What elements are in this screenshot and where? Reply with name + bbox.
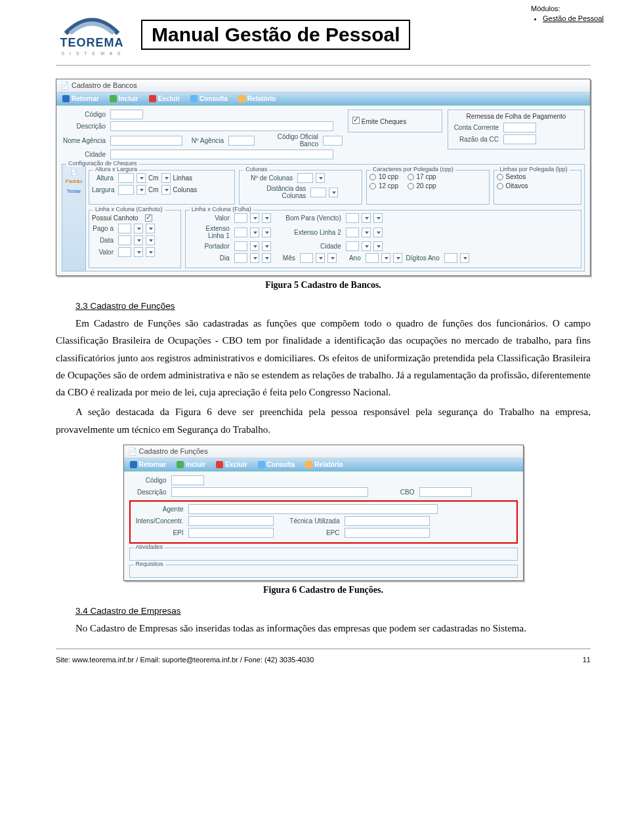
dia-input[interactable] — [234, 253, 247, 263]
conta-corrente-input[interactable] — [503, 123, 536, 132]
canhoto-valor-sel[interactable] — [134, 247, 143, 257]
cidade-label: Cidade — [62, 151, 108, 158]
app1-titlebar: 📄 Cadastro de Bancos — [56, 79, 590, 92]
mes-input[interactable] — [300, 253, 313, 263]
largura-input[interactable] — [118, 185, 134, 195]
largura-colunas-select[interactable] — [161, 185, 171, 195]
folha-cidade-input[interactable] — [346, 241, 359, 251]
dist-colunas-select[interactable] — [329, 188, 338, 197]
cpp10-radio[interactable] — [369, 174, 376, 180]
cpp12-radio[interactable] — [369, 183, 376, 190]
atividades-legend: Atividades — [134, 544, 165, 550]
cbo-input[interactable] — [419, 487, 472, 497]
lpp-oitavos-radio[interactable] — [497, 183, 503, 190]
app1-title: Cadastro de Bancos — [72, 81, 137, 89]
cod-oficial-input[interactable] — [323, 136, 343, 146]
delete-icon — [149, 95, 156, 102]
possui-canhoto-checkbox[interactable] — [145, 214, 152, 222]
ext-l1-input[interactable] — [234, 228, 247, 237]
tab-icon[interactable]: 📄 — [63, 170, 85, 176]
canhoto-pagoa-sel2[interactable] — [146, 224, 155, 233]
descricao-label: Descrição — [129, 489, 169, 496]
app2-titlebar: 📄 Cadastro de Funções — [124, 445, 523, 458]
folha-valor-input[interactable] — [234, 213, 247, 223]
highlighted-section: Agente Intens/Concentr. Técnica Utilizad… — [129, 500, 518, 544]
consulta-button[interactable]: Consulta — [255, 460, 299, 469]
page-footer: Site: www.teorema.inf.br / Email: suport… — [56, 649, 591, 664]
tab-testar[interactable]: Testar — [63, 188, 85, 194]
portador-input[interactable] — [234, 241, 247, 251]
excluir-button[interactable]: Excluir — [146, 94, 183, 103]
canhoto-pagoa-input[interactable] — [118, 224, 131, 233]
relatorio-button[interactable]: Relatório — [302, 460, 346, 469]
epc-input[interactable] — [345, 528, 430, 538]
cidade-input[interactable] — [110, 150, 333, 159]
incluir-button[interactable]: Incluir — [173, 460, 209, 469]
agente-label: Agente — [135, 506, 186, 513]
app1-window: 📄 Cadastro de Bancos Retornar Incluir Ex… — [56, 79, 591, 276]
altura-largura-legend: Altura x Largura — [93, 166, 139, 172]
ano-input[interactable] — [366, 253, 379, 263]
largura-select[interactable] — [136, 185, 146, 195]
incluir-button[interactable]: Incluir — [106, 94, 142, 103]
footer-page-number: 11 — [583, 656, 591, 664]
relatorio-button[interactable]: Relatório — [235, 94, 279, 103]
canhoto-data-input[interactable] — [118, 235, 131, 245]
razao-cc-input[interactable] — [503, 134, 536, 144]
add-icon — [110, 95, 117, 102]
bom-para-input[interactable] — [346, 213, 359, 223]
retornar-button[interactable]: Retornar — [127, 460, 170, 469]
canhoto-data-sel2[interactable] — [146, 235, 155, 245]
portador-label: Portador — [188, 243, 232, 250]
epi-input[interactable] — [188, 528, 274, 538]
mes-label: Mês — [274, 254, 297, 262]
altura-input[interactable] — [118, 173, 134, 183]
no-agencia-input[interactable] — [228, 136, 255, 146]
conta-corrente-label: Conta Corrente — [452, 124, 501, 131]
codigo-input[interactable] — [171, 475, 204, 485]
tecnica-input[interactable] — [345, 516, 430, 526]
no-colunas-input[interactable] — [297, 173, 313, 183]
altura-linhas-select[interactable] — [161, 173, 171, 183]
consulta-button[interactable]: Consulta — [187, 94, 231, 103]
cpp20-radio[interactable] — [408, 183, 414, 190]
retornar-button[interactable]: Retornar — [59, 94, 102, 103]
modulos-box: Módulos: Gestão de Pessoal — [531, 4, 604, 24]
ext-l2-label: Extenso Linha 2 — [274, 229, 343, 236]
no-colunas-label: Nº de Colunas — [242, 174, 295, 182]
canhoto-data-sel[interactable] — [134, 235, 143, 245]
canhoto-pagoa-sel[interactable] — [134, 224, 143, 233]
colunas-legend: Colunas — [243, 166, 269, 172]
canhoto-pagoa-label: Pago a — [92, 225, 116, 232]
requisitos-legend: Requisitos — [134, 561, 165, 567]
tab-padrao[interactable]: Padrão — [63, 178, 85, 184]
agente-input[interactable] — [188, 504, 438, 514]
cbo-label: CBO — [371, 489, 417, 496]
excluir-button[interactable]: Excluir — [213, 460, 250, 469]
intens-input[interactable] — [188, 516, 274, 526]
dist-colunas-input[interactable] — [310, 188, 326, 197]
codigo-label: Código — [129, 477, 169, 484]
dig-ano-label: Dígitos Ano — [405, 254, 442, 262]
side-tabs: 📄 Padrão Testar — [62, 165, 86, 271]
canhoto-valor-label: Valor — [92, 249, 116, 256]
razao-cc-label: Razão da CC — [452, 136, 501, 143]
canhoto-valor-input[interactable] — [118, 247, 131, 257]
emite-cheques-checkbox[interactable] — [352, 117, 360, 124]
dig-ano-input[interactable] — [444, 253, 457, 263]
app2-window: 📄 Cadastro de Funções Retornar Incluir E… — [123, 445, 524, 581]
ext-l2-input[interactable] — [346, 228, 359, 237]
altura-select[interactable] — [136, 173, 146, 183]
nome-agencia-input[interactable] — [110, 136, 182, 146]
report-icon — [305, 461, 312, 468]
descricao-input[interactable] — [110, 121, 333, 131]
search-icon — [258, 461, 265, 468]
search-icon — [190, 95, 198, 102]
canhoto-valor-sel2[interactable] — [146, 247, 155, 257]
cpp17-radio[interactable] — [408, 174, 414, 180]
remessa-label: Remessa de Folha de Pagamento — [452, 113, 580, 120]
descricao-input[interactable] — [171, 487, 368, 497]
codigo-input[interactable] — [110, 110, 143, 119]
lpp-sextos-radio[interactable] — [497, 174, 503, 180]
no-colunas-select[interactable] — [316, 173, 325, 183]
